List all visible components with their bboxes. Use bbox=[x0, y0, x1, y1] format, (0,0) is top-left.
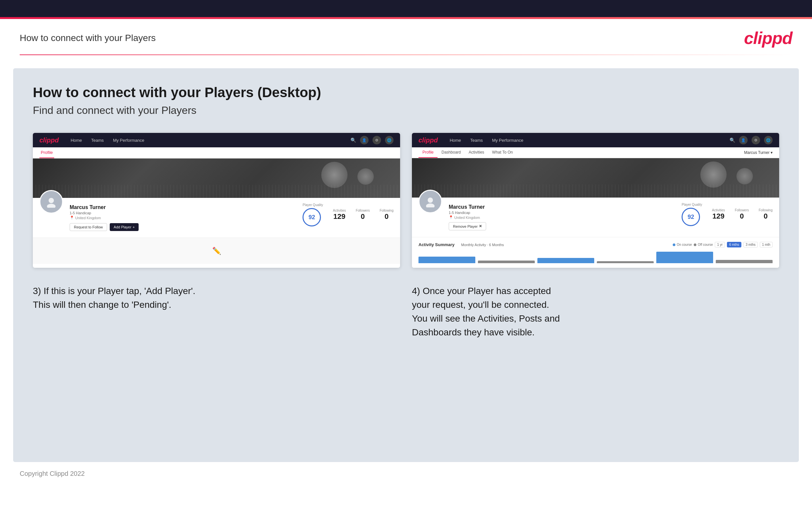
left-avatar bbox=[39, 190, 63, 214]
right-activities-value: 129 bbox=[712, 212, 725, 221]
left-nav-logo: clippd bbox=[39, 136, 59, 144]
globe-icon[interactable]: 🌐 bbox=[385, 136, 394, 145]
left-following-value: 0 bbox=[380, 212, 394, 221]
right-nav-logo: clippd bbox=[418, 136, 438, 144]
right-tab-whattoon[interactable]: What To On bbox=[488, 147, 517, 158]
plus-icon: + bbox=[133, 225, 135, 229]
left-nav-teams[interactable]: Teams bbox=[87, 136, 108, 144]
activity-header: Activity Summary Monthly Activity · 6 Mo… bbox=[418, 242, 773, 247]
top-bar bbox=[0, 0, 812, 17]
right-tab-dashboard[interactable]: Dashboard bbox=[438, 147, 465, 158]
search-icon[interactable]: 🔍 bbox=[351, 137, 356, 143]
left-player-actions: Request to Follow Add Player + bbox=[70, 223, 296, 231]
svg-point-1 bbox=[47, 204, 55, 208]
left-stats: Player Quality 92 Activities 129 Followe… bbox=[303, 203, 394, 226]
right-tab-profile[interactable]: Profile bbox=[418, 147, 438, 158]
main-content: How to connect with your Players (Deskto… bbox=[13, 68, 799, 462]
right-player-name: Marcus Turner bbox=[449, 204, 675, 210]
right-banner-texture bbox=[412, 184, 779, 198]
user-icon[interactable]: 👤 bbox=[360, 136, 368, 145]
right-location-pin-icon: 📍 bbox=[449, 215, 453, 220]
left-quality-label: Player Quality bbox=[303, 203, 323, 207]
chart-bar-5 bbox=[656, 252, 713, 263]
right-player-handicap: 1-5 Handicap bbox=[449, 211, 675, 215]
add-player-button[interactable]: Add Player + bbox=[110, 223, 139, 231]
right-user-icon[interactable]: 👤 bbox=[739, 136, 748, 145]
legend-off: Off course bbox=[694, 243, 713, 246]
right-user-label[interactable]: Marcus Turner ▾ bbox=[744, 150, 773, 155]
left-nav-performance[interactable]: My Performance bbox=[109, 136, 148, 144]
left-followers-stat: Followers 0 bbox=[356, 209, 370, 221]
right-nav-icons: 🔍 👤 ⚙ 🌐 bbox=[729, 136, 773, 145]
left-navbar: clippd Home Teams My Performance 🔍 👤 ⚙ 🌐 bbox=[33, 133, 400, 147]
banner-circle-1 bbox=[321, 162, 348, 188]
right-following-value: 0 bbox=[759, 212, 773, 221]
caption-right: 4) Once your Player has acceptedyour req… bbox=[412, 284, 779, 339]
right-settings-icon[interactable]: ⚙ bbox=[752, 136, 760, 145]
left-following-label: Following bbox=[380, 209, 394, 212]
right-following-label: Following bbox=[759, 208, 773, 212]
right-avatar-container bbox=[418, 190, 442, 213]
header-title: How to connect with your Players bbox=[20, 33, 156, 43]
right-stats: Player Quality 92 Activities 129 Followe… bbox=[681, 203, 773, 226]
screenshots-row: clippd Home Teams My Performance 🔍 👤 ⚙ 🌐… bbox=[33, 133, 779, 268]
time-btn-3mths[interactable]: 3 mths bbox=[743, 242, 758, 247]
left-following-stat: Following 0 bbox=[380, 209, 394, 221]
left-activities-label: Activities bbox=[333, 209, 346, 212]
svg-point-2 bbox=[428, 198, 433, 203]
right-avatar bbox=[418, 190, 442, 213]
right-following-stat: Following 0 bbox=[759, 208, 773, 221]
left-player-handicap: 1-5 Handicap bbox=[70, 211, 296, 215]
right-activities-stat: Activities 129 bbox=[712, 208, 725, 221]
screenshot-left: clippd Home Teams My Performance 🔍 👤 ⚙ 🌐… bbox=[33, 133, 400, 268]
location-pin-icon: 📍 bbox=[70, 216, 74, 220]
right-nav-performance[interactable]: My Performance bbox=[488, 136, 527, 144]
right-quality-label: Player Quality bbox=[681, 203, 702, 207]
edit-icon: ✏️ bbox=[212, 247, 221, 255]
right-tab-bar: Profile Dashboard Activities What To On … bbox=[412, 147, 779, 158]
left-nav-icons: 🔍 👤 ⚙ 🌐 bbox=[351, 136, 394, 145]
clippd-logo: clippd bbox=[744, 28, 792, 48]
banner-texture bbox=[33, 185, 400, 198]
time-btn-1yr[interactable]: 1 yr bbox=[715, 242, 725, 247]
right-player-info: Marcus Turner 1-5 Handicap 📍 United King… bbox=[449, 203, 675, 230]
time-btn-1mth[interactable]: 1 mth bbox=[760, 242, 773, 247]
close-icon: ✕ bbox=[479, 224, 482, 228]
right-nav-teams[interactable]: Teams bbox=[466, 136, 487, 144]
right-player-actions: Remove Player ✕ bbox=[449, 222, 675, 230]
caption-right-text: 4) Once your Player has acceptedyour req… bbox=[412, 284, 779, 339]
remove-player-button[interactable]: Remove Player ✕ bbox=[449, 222, 486, 230]
left-profile-bottom: ✏️ bbox=[33, 238, 400, 264]
footer: Copyright Clippd 2022 bbox=[0, 462, 812, 485]
left-activities-stat: Activities 129 bbox=[333, 209, 346, 221]
right-banner bbox=[412, 158, 779, 198]
chart-bar-6 bbox=[716, 260, 773, 263]
activity-chart bbox=[418, 250, 773, 263]
captions-row: 3) If this is your Player tap, 'Add Play… bbox=[33, 284, 779, 339]
svg-point-3 bbox=[426, 204, 435, 208]
left-activities-value: 129 bbox=[333, 212, 346, 221]
right-followers-stat: Followers 0 bbox=[735, 208, 749, 221]
chart-bar-2 bbox=[478, 261, 535, 263]
header-divider bbox=[20, 54, 792, 55]
right-search-icon[interactable]: 🔍 bbox=[729, 137, 735, 143]
right-activities-label: Activities bbox=[712, 208, 725, 212]
chart-bar-1 bbox=[418, 257, 475, 263]
caption-left-text: 3) If this is your Player tap, 'Add Play… bbox=[33, 284, 400, 312]
left-tab-profile[interactable]: Profile bbox=[39, 147, 54, 158]
header: How to connect with your Players clippd bbox=[0, 19, 812, 54]
time-btn-6mths[interactable]: 6 mths bbox=[727, 242, 742, 247]
chart-bar-4 bbox=[597, 261, 654, 263]
screenshot-right: clippd Home Teams My Performance 🔍 👤 ⚙ 🌐… bbox=[412, 133, 779, 268]
left-nav-home[interactable]: Home bbox=[67, 136, 86, 144]
legend-dot-off bbox=[694, 243, 696, 246]
settings-icon[interactable]: ⚙ bbox=[372, 136, 381, 145]
right-navbar: clippd Home Teams My Performance 🔍 👤 ⚙ 🌐 bbox=[412, 133, 779, 147]
request-follow-button[interactable]: Request to Follow bbox=[70, 223, 107, 231]
legend-dot-on bbox=[673, 243, 675, 246]
right-globe-icon[interactable]: 🌐 bbox=[764, 136, 773, 145]
right-banner-circle-1 bbox=[700, 161, 726, 188]
right-player-location: 📍 United Kingdom bbox=[449, 215, 675, 220]
right-nav-home[interactable]: Home bbox=[446, 136, 465, 144]
right-tab-activities[interactable]: Activities bbox=[465, 147, 488, 158]
